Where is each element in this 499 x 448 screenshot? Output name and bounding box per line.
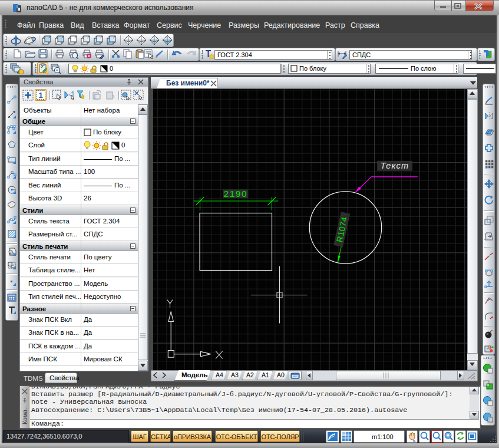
svg-text:1: 1: [38, 91, 42, 100]
svg-text:Текст: Текст: [380, 161, 408, 170]
svg-text:2190: 2190: [223, 189, 247, 199]
